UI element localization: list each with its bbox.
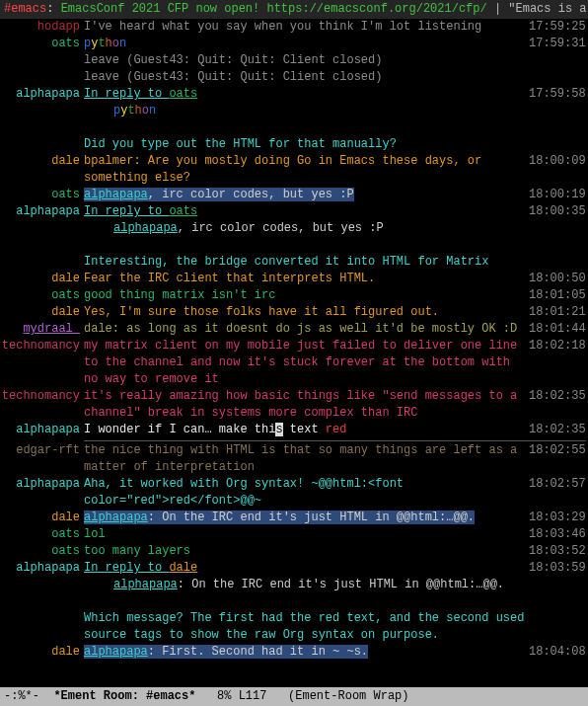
chat-row: Interesting, the bridge converted it int… xyxy=(0,254,586,271)
message-text: lol xyxy=(84,526,529,543)
message-text: bpalmer: Are you mostly doing Go in Emac… xyxy=(84,153,529,187)
nick-link-alphapapa[interactable]: alphapapa xyxy=(113,221,178,235)
timestamp: 18:04:08 xyxy=(529,644,586,661)
timestamp: 18:01:21 xyxy=(529,304,586,321)
nick-alphapapa: alphapapa xyxy=(16,477,80,491)
nick-mydraal: mydraal_ xyxy=(23,322,80,336)
timestamp: 17:59:25 xyxy=(529,19,586,36)
timestamp: 18:02:57 xyxy=(529,476,586,493)
timestamp: 18:00:50 xyxy=(529,271,586,287)
reply-link[interactable]: In reply to xyxy=(84,561,169,575)
channel-name: #emacs xyxy=(4,2,46,16)
message-text: good thing matrix isn't irc xyxy=(84,287,529,304)
nick-link-oats[interactable]: oats xyxy=(169,87,197,101)
message-text: Interesting, the bridge converted it int… xyxy=(84,254,529,271)
chat-row: hodapp I've heard what you say when you … xyxy=(0,19,586,36)
topic-text: EmacsConf 2021 CFP now open! https://ema… xyxy=(61,2,487,16)
chat-row: Which message? The first had the red tex… xyxy=(0,610,586,644)
timestamp: 18:01:44 xyxy=(529,321,586,338)
chat-row: alphapapa, irc color codes, but yes :P xyxy=(0,220,586,237)
timestamp: 18:01:05 xyxy=(529,287,586,304)
nick-alphapapa: alphapapa xyxy=(16,561,80,575)
chat-row: technomancy it's really amazing how basi… xyxy=(0,388,586,422)
chat-row: leave (Guest43: Quit: Quit: Client close… xyxy=(0,69,586,86)
separator-line xyxy=(84,440,586,441)
chat-row: alphapapa In reply to oats 17:59:58 xyxy=(0,86,586,103)
message-text: I've heard what you say when you think I… xyxy=(84,19,529,36)
timestamp: 18:02:55 xyxy=(529,442,586,459)
message-text: it's really amazing how basic things lik… xyxy=(84,388,529,422)
nick-dale: dale xyxy=(51,154,80,168)
chat-row: alphapapa Aha, it worked with Org syntax… xyxy=(0,476,586,510)
timestamp: 18:03:29 xyxy=(529,510,586,526)
timestamp: 18:03:52 xyxy=(529,543,586,560)
timestamp: 18:00:35 xyxy=(529,203,586,220)
message-text: Yes, I'm sure those folks have it all fi… xyxy=(84,304,529,321)
nick-link-alphapapa[interactable]: alphapapa xyxy=(84,188,148,201)
timestamp: 17:59:31 xyxy=(529,36,586,52)
timestamp: 17:59:58 xyxy=(529,86,586,103)
nick-link-oats[interactable]: oats xyxy=(169,204,197,218)
chat-row: oats good thing matrix isn't irc 18:01:0… xyxy=(0,287,586,304)
nick-oats: oats xyxy=(51,288,80,302)
nick-technomancy: technomancy xyxy=(2,339,80,353)
timestamp: 18:03:59 xyxy=(529,560,586,577)
message-text: Fear the IRC client that interprets HTML… xyxy=(84,271,529,287)
nick-hodapp: hodapp xyxy=(37,20,80,34)
message-text: Aha, it worked with Org syntax! ~@@html:… xyxy=(84,476,529,510)
timestamp: 18:00:09 xyxy=(529,153,586,170)
message-text: the nice thing with HTML is that so many… xyxy=(84,442,529,476)
timestamp: 18:02:18 xyxy=(529,338,586,354)
nick-alphapapa: alphapapa xyxy=(16,204,80,218)
timestamp: 18:03:46 xyxy=(529,526,586,543)
leave-message: leave (Guest43: Quit: Quit: Client close… xyxy=(84,69,529,86)
nick-edgarrft: edgar-rft xyxy=(16,443,80,457)
message-text: too many layers xyxy=(84,543,529,560)
nick-link-alphapapa[interactable]: alphapapa xyxy=(84,645,148,659)
python-colored: python xyxy=(84,103,529,119)
message-text: dale: as long as it doesnt do js as well… xyxy=(84,321,529,338)
nick-technomancy: technomancy xyxy=(2,389,80,403)
reply-link[interactable]: In reply to xyxy=(84,87,169,101)
nick-oats: oats xyxy=(51,188,80,201)
chat-row: oats too many layers 18:03:52 xyxy=(0,543,586,560)
chat-buffer[interactable]: hodapp I've heard what you say when you … xyxy=(0,19,588,687)
reply-link[interactable]: In reply to xyxy=(84,204,169,218)
nick-oats: oats xyxy=(51,37,80,50)
message-text: Did you type out the HTML for that manua… xyxy=(84,136,529,153)
chat-row: python xyxy=(0,103,586,119)
chat-row: oats python 17:59:31 xyxy=(0,36,586,52)
chat-row: dale alphapapa: On the IRC end it's just… xyxy=(0,510,586,526)
chat-row: dale Fear the IRC client that interprets… xyxy=(0,271,586,287)
chat-row: alphapapa In reply to dale 18:03:59 xyxy=(0,560,586,577)
nick-dale: dale xyxy=(51,510,80,524)
chat-row: leave (Guest43: Quit: Quit: Client close… xyxy=(0,52,586,69)
timestamp: 18:02:35 xyxy=(529,422,586,438)
chat-row: dale bpalmer: Are you mostly doing Go in… xyxy=(0,153,586,187)
chat-row: alphapapa In reply to oats 18:00:35 xyxy=(0,203,586,220)
leave-message: leave (Guest43: Quit: Quit: Client close… xyxy=(84,52,529,69)
nick-link-alphapapa[interactable]: alphapapa xyxy=(84,510,148,524)
nick-dale: dale xyxy=(51,272,80,285)
message-text: Which message? The first had the red tex… xyxy=(84,610,529,644)
chat-row: dale Yes, I'm sure those folks have it a… xyxy=(0,304,586,321)
chat-row: oats lol 18:03:46 xyxy=(0,526,586,543)
nick-dale: dale xyxy=(51,305,80,319)
text-cursor: s xyxy=(275,423,282,436)
chat-row: Did you type out the HTML for that manua… xyxy=(0,136,586,153)
title-bar: #emacs: EmacsConf 2021 CFP now open! htt… xyxy=(0,0,588,19)
nick-alphapapa: alphapapa xyxy=(16,87,80,101)
nick-dale: dale xyxy=(51,645,80,659)
chat-row: edgar-rft the nice thing with HTML is th… xyxy=(0,442,586,476)
nick-link-dale[interactable]: dale xyxy=(169,561,197,575)
input-line[interactable]: I wonder if I can… make this text red xyxy=(84,422,529,438)
buffer-name: *Ement Room: #emacs* xyxy=(53,689,195,703)
timestamp: 18:02:35 xyxy=(529,388,586,405)
chat-row: alphapapa: On the IRC end it's just HTML… xyxy=(0,577,586,593)
nick-link-alphapapa[interactable]: alphapapa xyxy=(113,578,178,591)
timestamp: 18:00:19 xyxy=(529,187,586,203)
python-colored: python xyxy=(84,36,529,52)
chat-row: technomancy my matrix client on my mobil… xyxy=(0,338,586,388)
nick-alphapapa: alphapapa xyxy=(16,423,80,436)
nick-oats: oats xyxy=(51,527,80,541)
